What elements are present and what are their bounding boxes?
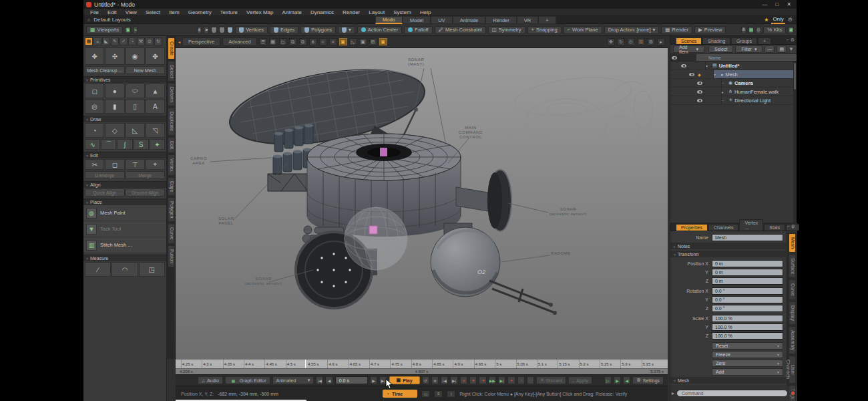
key-remove-icon[interactable]: ◔ xyxy=(517,376,525,384)
place-tool-item[interactable]: ▥ Stitch Mesh ... xyxy=(83,237,166,253)
layout-tab[interactable]: Modo xyxy=(375,16,403,24)
menu-item[interactable]: Layout xyxy=(369,9,385,15)
channel-value-field[interactable]: 100.0 % xyxy=(712,323,783,331)
transform-tool-icon[interactable]: ◉ xyxy=(126,47,145,65)
symmetry-button[interactable]: ◫Symmetry xyxy=(488,26,525,34)
shade-icon[interactable]: ◻ xyxy=(279,38,287,45)
properties-vertical-tab[interactable]: Assembly xyxy=(789,326,796,354)
channel-value-field[interactable]: 0.0 ° xyxy=(712,305,783,312)
gear-icon[interactable]: ⚙ xyxy=(788,17,793,23)
pan-icon[interactable]: ✥ xyxy=(607,38,615,45)
scenes-tab[interactable]: Shading xyxy=(702,37,730,44)
preview-forward-icon[interactable]: ▶ xyxy=(614,376,621,384)
draw-tool-icon[interactable]: ◇ xyxy=(105,123,124,138)
item-name[interactable]: Untitled* xyxy=(719,63,740,69)
current-time-field[interactable]: 0.0 s xyxy=(335,376,368,384)
notes-section[interactable]: Notes xyxy=(670,243,786,249)
camera-settings-icon[interactable]: ⚙ xyxy=(647,38,655,45)
add-item-dropdown[interactable]: Add Item▾ xyxy=(673,45,704,53)
place-tool-item[interactable]: ▼ Tack Tool xyxy=(83,221,166,237)
camera-view-dropdown[interactable]: Perspective xyxy=(182,37,220,46)
transform-tool-icon[interactable]: ✤ xyxy=(146,47,165,65)
primitive-tool-icon[interactable]: ● xyxy=(105,84,124,98)
edit-tool-icon[interactable]: ✂ xyxy=(85,159,104,170)
apply-button[interactable]: ↓Apply xyxy=(568,376,592,384)
toolbox-tab-icon[interactable]: ✎ xyxy=(111,37,119,45)
visibility-eye-icon[interactable] xyxy=(696,99,704,102)
select-mode-3-icon[interactable] xyxy=(227,26,233,34)
anim-mode-dropdown[interactable]: Animated▾ xyxy=(272,376,314,384)
expand-arrow-icon[interactable]: ▸ xyxy=(722,90,726,94)
zoom-icon[interactable]: ⊙ xyxy=(627,38,635,45)
mixer-icon[interactable]: ⌇ xyxy=(447,390,455,398)
panel-options-icon[interactable]: ⌐ ⚙ xyxy=(787,37,795,43)
menu-item[interactable]: Item xyxy=(169,9,180,15)
menu-item[interactable]: Geometry xyxy=(188,9,212,15)
toolbox-tab-icon[interactable]: ◣ xyxy=(102,37,110,45)
select-button[interactable]: Select xyxy=(708,45,733,53)
home-icon[interactable]: ⌂ xyxy=(87,17,90,22)
layers-icon[interactable]: ▤ xyxy=(777,45,787,53)
menu-item[interactable]: Dynamics xyxy=(310,9,334,15)
place-section-header[interactable]: Place xyxy=(83,198,166,205)
visibility-eye-icon[interactable] xyxy=(688,73,696,76)
transform-action-dropdown[interactable]: Freeze▾ xyxy=(712,351,783,358)
edit-action-button[interactable]: Unmerge xyxy=(85,171,125,179)
toolbox-tab-icon[interactable]: ↻ xyxy=(154,37,162,45)
list-icon[interactable]: ≡ xyxy=(329,38,337,45)
properties-vertical-tab[interactable]: Display xyxy=(789,301,796,325)
channel-value-field[interactable]: 0.0 ° xyxy=(712,287,783,295)
highlight-toggle-icon[interactable]: ▣ xyxy=(339,38,347,45)
toolbox-tab-icon[interactable]: ◔ xyxy=(128,37,136,45)
auto-key-icon[interactable]: ◦● xyxy=(479,376,486,384)
discard-button[interactable]: ✕Discard xyxy=(536,376,566,384)
wireframe-icon[interactable]: ☰ xyxy=(259,38,267,45)
channel-value-field[interactable]: 100.0 % xyxy=(712,315,783,322)
expand-arrow-icon[interactable]: ▾ xyxy=(714,72,718,77)
properties-vertical-tab[interactable]: User Channels xyxy=(789,356,796,384)
layout-tab[interactable]: + xyxy=(538,16,556,24)
toolbox-vertical-tab[interactable]: Curve xyxy=(168,223,175,244)
toolbox-vertical-tab[interactable]: Vertex xyxy=(168,154,175,176)
toolbox-tab-icon[interactable]: ⚒ xyxy=(137,37,145,45)
tree-row[interactable]: – ☀ Directional Light xyxy=(670,96,797,105)
layout-tab[interactable]: UV xyxy=(431,16,452,24)
toolbox-tab-icon[interactable]: ≡ xyxy=(93,37,101,45)
primitive-tool-icon[interactable]: ▯ xyxy=(126,99,145,114)
measure-tool-icon[interactable]: ◠ xyxy=(112,262,138,277)
work-plane-button[interactable]: ⌐Work Plane xyxy=(564,26,602,34)
toolbox-vertical-tab[interactable]: Select xyxy=(168,61,175,82)
render-button[interactable]: ▦Render xyxy=(661,26,692,34)
collapse-icon[interactable]: — xyxy=(765,45,775,53)
menu-item[interactable]: Select xyxy=(146,9,160,15)
edit-section-header[interactable]: Edit xyxy=(83,152,166,158)
snapping-button[interactable]: +Snapping xyxy=(527,26,562,34)
bars-icon[interactable]: ≡ xyxy=(434,390,443,398)
edges-mode-button[interactable]: Edges xyxy=(270,26,298,34)
edit-tool-icon[interactable]: ◻ xyxy=(105,159,124,170)
timeline-range-bar[interactable]: 4.208 s 4.807 s 5.375 s xyxy=(176,368,668,374)
menu-item[interactable]: Edit xyxy=(107,9,117,15)
visibility-eye-icon[interactable] xyxy=(696,82,704,85)
expand-icon[interactable]: ▸ xyxy=(657,38,665,45)
key-channels-icon[interactable]: ✳ xyxy=(460,376,467,384)
minimize-button[interactable]: — xyxy=(762,1,767,7)
bake-icon[interactable]: ▶| xyxy=(498,376,505,384)
viewport-split-icon[interactable]: ≡ xyxy=(133,26,138,34)
maximize-button[interactable]: □ xyxy=(775,1,779,7)
visibility-eye-icon[interactable] xyxy=(680,64,688,68)
primitive-tool-icon[interactable]: ▲ xyxy=(146,84,165,98)
curve-tool-icon[interactable]: ∫ xyxy=(117,139,132,150)
properties-tab[interactable]: Vertex ... xyxy=(739,219,763,231)
scenes-scrollbar[interactable] xyxy=(793,61,797,225)
panel-options-icon[interactable]: ⌐ ⚙ xyxy=(787,224,795,229)
preview-play-icon[interactable]: ▷ xyxy=(604,376,612,384)
curve-tool-icon[interactable]: ∿ xyxy=(85,139,100,150)
mesh-section[interactable]: Mesh xyxy=(670,377,786,384)
place-tool-item[interactable]: ◍ Mesh Paint xyxy=(83,205,166,221)
name-column-header[interactable]: Name xyxy=(696,54,797,61)
viewports-button[interactable]: ▦Viewports xyxy=(86,26,123,34)
command-input[interactable]: Command xyxy=(676,390,788,397)
texture-icon[interactable]: ▣ xyxy=(359,38,367,45)
transform-action-dropdown[interactable]: Add▾ xyxy=(712,368,783,376)
